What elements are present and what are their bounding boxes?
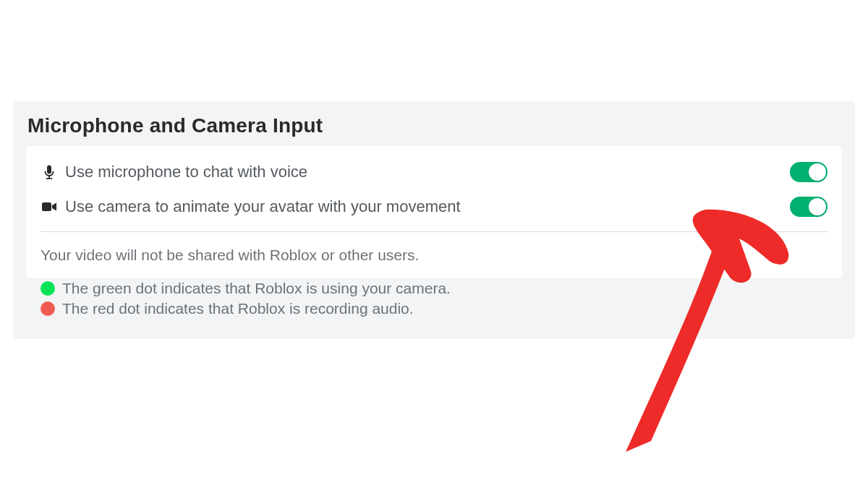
- video-privacy-note: Your video will not be shared with Roblo…: [41, 244, 827, 275]
- toggle-use-microphone[interactable]: [790, 162, 827, 182]
- red-dot-icon: [41, 301, 55, 316]
- row-use-microphone: Use microphone to chat with voice: [41, 155, 827, 189]
- row-camera-label: Use camera to animate your avatar with y…: [65, 197, 790, 216]
- video-camera-icon: [41, 201, 58, 213]
- microphone-icon: [41, 164, 58, 180]
- svg-rect-2: [42, 202, 51, 211]
- legend-row-audio: The red dot indicates that Roblox is rec…: [41, 299, 842, 319]
- legend-row-camera: The green dot indicates that Roblox is u…: [41, 278, 842, 299]
- settings-card: Use microphone to chat with voice Use ca…: [26, 146, 842, 278]
- divider: [41, 231, 827, 232]
- indicator-legend: The green dot indicates that Roblox is u…: [41, 278, 842, 319]
- video-privacy-note-text: Your video will not be shared with Roblo…: [41, 247, 419, 263]
- section-title: Microphone and Camera Input: [27, 114, 841, 137]
- green-dot-icon: [41, 281, 55, 296]
- legend-red-text: The red dot indicates that Roblox is rec…: [62, 300, 414, 317]
- toggle-use-camera[interactable]: [790, 197, 827, 217]
- legend-green-text: The green dot indicates that Roblox is u…: [62, 280, 451, 297]
- row-use-camera: Use camera to animate your avatar with y…: [41, 189, 827, 224]
- toggle-knob: [809, 198, 826, 215]
- settings-section-microphone-camera: Microphone and Camera Input Use micropho…: [13, 101, 855, 339]
- toggle-knob: [809, 163, 826, 181]
- row-microphone-label: Use microphone to chat with voice: [65, 163, 790, 181]
